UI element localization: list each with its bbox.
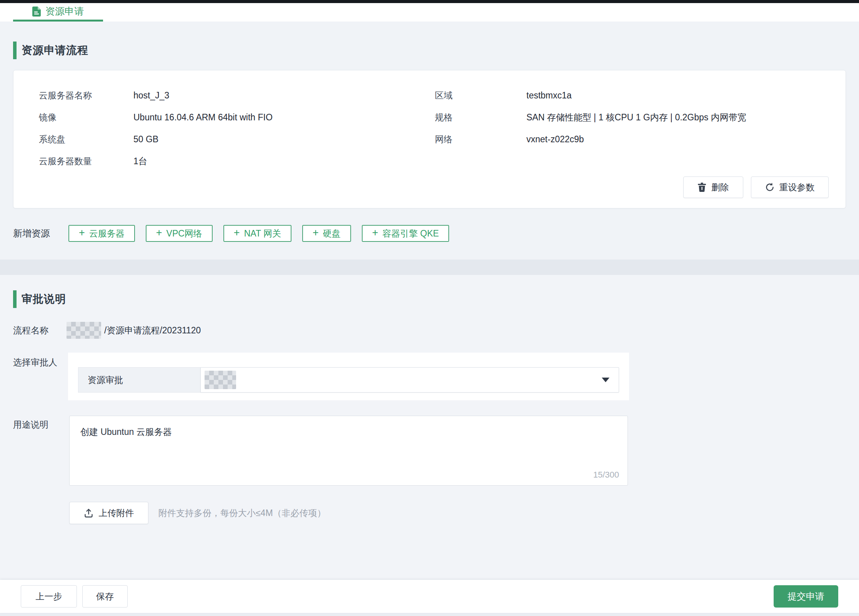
- reset-params-button[interactable]: 重设参数: [751, 176, 829, 198]
- window-bottom-edge: [0, 613, 859, 616]
- approver-select-row: 资源审批: [78, 367, 619, 393]
- plus-icon: +: [156, 228, 162, 238]
- approver-label: 选择审批人: [13, 353, 68, 400]
- field-row-image: 镜像 Ubuntu 16.04.6 ARM 64bit with FIO: [39, 111, 435, 124]
- submit-application-button[interactable]: 提交申请: [774, 585, 838, 608]
- add-button-label: VPC网络: [166, 228, 202, 240]
- add-button-label: 云服务器: [89, 228, 125, 240]
- trash-icon: [698, 183, 706, 192]
- char-counter: 15/300: [593, 470, 619, 480]
- previous-step-button[interactable]: 上一步: [21, 585, 77, 608]
- flow-name-row: 流程名称 /资源申请流程/20231120: [13, 322, 846, 339]
- field-value: testbmxc1a: [526, 89, 572, 102]
- add-button-label: 硬盘: [323, 228, 341, 240]
- plus-icon: +: [313, 228, 319, 238]
- redacted-flow-name-prefix: [67, 322, 101, 339]
- tab-bar: 资源申请: [0, 3, 859, 22]
- add-disk-button[interactable]: + 硬盘: [302, 225, 351, 242]
- plus-icon: +: [372, 228, 378, 238]
- add-resources-row: 新增资源 + 云服务器 + VPC网络 + NAT 网关 + 硬盘 + 容器引擎…: [13, 225, 846, 242]
- field-label: 系统盘: [39, 133, 133, 146]
- field-row-region: 区域 testbmxc1a: [435, 89, 829, 102]
- field-row-server-count: 云服务器数量 1台: [39, 155, 435, 168]
- delete-label: 删除: [711, 181, 729, 193]
- purpose-text: 创建 Ubuntun 云服务器: [80, 427, 172, 437]
- footer-bar: 上一步 保存 提交申请: [0, 580, 859, 613]
- add-server-button[interactable]: + 云服务器: [68, 225, 135, 242]
- redacted-approver-name: [205, 371, 236, 389]
- flow-name-value: /资源申请流程/20231120: [104, 325, 201, 336]
- upload-icon: [84, 508, 93, 518]
- purpose-textarea[interactable]: 创建 Ubuntun 云服务器 15/300: [69, 416, 628, 486]
- chevron-down-icon: [602, 378, 609, 382]
- approver-row: 选择审批人 资源审批: [13, 353, 846, 400]
- field-value: 1台: [133, 155, 147, 168]
- approval-section: 审批说明 流程名称 /资源申请流程/20231120 选择审批人 资源审批 用途…: [0, 275, 859, 580]
- field-row-server-name: 云服务器名称 host_J_3: [39, 89, 435, 102]
- section-title-text: 资源申请流程: [22, 43, 88, 58]
- upload-attachment-button[interactable]: 上传附件: [69, 502, 148, 524]
- field-label: 云服务器数量: [39, 155, 133, 168]
- add-button-label: 容器引擎 QKE: [382, 228, 439, 240]
- delete-button[interactable]: 删除: [683, 176, 743, 198]
- config-column-left: 云服务器名称 host_J_3 镜像 Ubuntu 16.04.6 ARM 64…: [39, 89, 435, 176]
- add-vpc-button[interactable]: + VPC网络: [146, 225, 213, 242]
- resource-section: 资源申请流程 云服务器名称 host_J_3 镜像 Ubuntu 16.04.6…: [0, 22, 859, 260]
- field-value: 50 GB: [133, 133, 158, 146]
- config-column-right: 区域 testbmxc1a 规格 SAN 存储性能型 | 1 核CPU 1 G内…: [435, 89, 829, 176]
- server-config-grid: 云服务器名称 host_J_3 镜像 Ubuntu 16.04.6 ARM 64…: [39, 89, 829, 176]
- field-row-spec: 规格 SAN 存储性能型 | 1 核CPU 1 G内存 | 0.2Gbps 内网…: [435, 111, 829, 124]
- field-value: SAN 存储性能型 | 1 核CPU 1 G内存 | 0.2Gbps 内网带宽: [526, 111, 746, 124]
- save-button[interactable]: 保存: [82, 585, 128, 608]
- section-title-approval: 审批说明: [13, 275, 846, 308]
- section-accent-bar: [13, 290, 17, 308]
- tab-resource-application[interactable]: 资源申请: [13, 3, 103, 22]
- section-accent-bar: [13, 42, 17, 59]
- window-top-edge: [0, 0, 859, 3]
- approver-select[interactable]: [200, 367, 619, 393]
- field-label: 云服务器名称: [39, 89, 133, 102]
- document-icon: [32, 7, 41, 17]
- field-value: vxnet-z022c9b: [526, 133, 584, 146]
- add-nat-button[interactable]: + NAT 网关: [223, 225, 291, 242]
- section-title-process: 资源申请流程: [13, 22, 846, 59]
- server-config-card: 云服务器名称 host_J_3 镜像 Ubuntu 16.04.6 ARM 64…: [13, 70, 846, 208]
- reset-label: 重设参数: [779, 181, 815, 193]
- approver-panel: 资源审批: [68, 353, 629, 400]
- add-qke-button[interactable]: + 容器引擎 QKE: [362, 225, 449, 242]
- refresh-icon: [765, 183, 774, 192]
- flow-name-label: 流程名称: [13, 325, 67, 336]
- field-label: 区域: [435, 89, 526, 102]
- purpose-row: 用途说明 创建 Ubuntun 云服务器 15/300: [13, 416, 846, 486]
- field-label: 镜像: [39, 111, 133, 124]
- upload-row: 上传附件 附件支持多份，每份大小≤4M（非必传项）: [69, 502, 846, 524]
- plus-icon: +: [79, 228, 85, 238]
- card-actions: 删除 重设参数: [39, 176, 829, 198]
- add-button-label: NAT 网关: [244, 228, 281, 240]
- add-resources-label: 新增资源: [13, 227, 68, 240]
- field-row-network: 网络 vxnet-z022c9b: [435, 133, 829, 146]
- field-label: 网络: [435, 133, 526, 146]
- plus-icon: +: [234, 228, 240, 238]
- tab-label: 资源申请: [45, 5, 84, 18]
- approver-type-label: 资源审批: [78, 367, 201, 393]
- upload-label: 上传附件: [99, 507, 134, 519]
- field-value: host_J_3: [133, 89, 169, 102]
- section-divider: [0, 260, 859, 275]
- purpose-label: 用途说明: [13, 416, 69, 486]
- field-row-system-disk: 系统盘 50 GB: [39, 133, 435, 146]
- section-title-text: 审批说明: [22, 292, 66, 306]
- upload-hint: 附件支持多份，每份大小≤4M（非必传项）: [158, 507, 326, 519]
- field-value: Ubuntu 16.04.6 ARM 64bit with FIO: [133, 111, 273, 124]
- field-label: 规格: [435, 111, 526, 124]
